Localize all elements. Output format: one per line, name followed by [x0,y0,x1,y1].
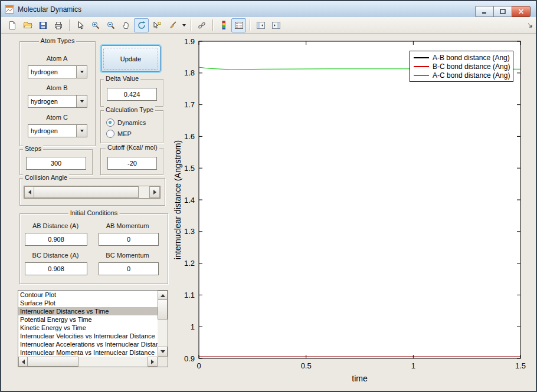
delta-value-field[interactable] [107,88,157,101]
atom-a-select[interactable]: hydrogen [28,65,87,78]
legend-entry: A-C bond distance (Ang) [410,71,513,80]
minimize-button[interactable] [475,6,493,17]
print-icon[interactable] [51,18,66,32]
initial-conditions-group-title: Initial Conditions [68,209,120,216]
bc-momentum-field[interactable] [99,262,159,275]
bc-distance-field[interactable] [25,262,87,275]
legend-line-sample [414,57,429,58]
pan-hand-icon[interactable] [119,18,133,32]
link-plot-icon[interactable] [194,18,209,32]
ab-momentum-label: AB Momentum [96,222,159,229]
scroll-right-arrow[interactable] [148,357,158,367]
radio-dynamics-label: Dynamics [117,119,146,126]
insert-colorbar-icon[interactable] [216,18,231,32]
x-tick-label: 0.5 [301,361,312,370]
collision-angle-slider[interactable] [24,186,161,199]
close-button[interactable] [512,6,531,17]
ab-distance-field[interactable] [25,233,87,246]
scrollbar-thumb[interactable] [27,357,78,367]
steps-group-title: Steps [23,145,43,152]
radio-dynamics[interactable]: Dynamics [106,118,146,127]
bc-momentum-label: BC Momentum [96,252,159,259]
window-title: Molecular Dynamics [18,5,81,14]
toolbar-overflow-button[interactable] [528,23,532,28]
steps-field[interactable] [26,157,86,170]
legend-line-sample [414,66,429,67]
zoom-in-icon[interactable] [88,18,103,32]
toolbar-separator [212,19,213,31]
legend-label: A-C bond distance (Ang) [433,71,510,80]
x-axis-label: time [199,374,520,383]
slider-thumb[interactable] [34,186,139,198]
axes-box [199,41,520,358]
legend-line-sample [414,75,429,76]
y-axis-label: internuclear distance (Angstrom) [173,140,182,259]
y-tick-label: 1.9 [184,37,195,46]
zoom-out-icon[interactable] [103,18,118,32]
cutoff-group-title: Cutoff (Kcal/ mol) [106,144,159,151]
chevron-down-icon[interactable] [76,66,87,78]
rotate-3d-icon[interactable] [134,18,149,32]
legend-label: B-C bond distance (Ang) [433,62,510,71]
radio-mep[interactable]: MEP [106,130,132,138]
calculation-type-group: Calculation Type [100,110,163,143]
insert-legend-icon[interactable] [231,18,246,32]
ab-momentum-field[interactable] [99,233,159,246]
legend-label: A-B bond distance (Ang) [433,54,510,62]
listbox-horizontal-scrollbar[interactable] [18,357,158,367]
list-item[interactable]: Surface Plot [18,299,158,307]
plot-type-listbox[interactable]: Contour PlotSurface PlotInternuclear Dis… [18,290,168,367]
ab-distance-label: AB Distance (A) [24,222,87,229]
maximize-button[interactable] [493,6,512,17]
radio-button-icon[interactable] [106,118,114,127]
hide-plot-tools-icon[interactable] [253,18,268,32]
chevron-down-icon[interactable] [76,125,87,137]
atom-a-value: hydrogen [28,68,76,75]
list-item[interactable]: Internuclear Velocities vs Internuclear … [18,332,158,340]
list-item[interactable]: Contour Plot [18,291,158,299]
y-tick-label: 1.7 [184,100,195,109]
x-tick-label: 1.5 [515,361,526,370]
update-button[interactable]: Update [101,45,161,72]
list-item[interactable]: Kinetic Energy vs Time [18,324,158,332]
y-tick-label: 1.5 [184,164,195,173]
list-item[interactable]: Internuclear Accelerations vs Internucle… [18,340,158,348]
plot-background [199,41,520,358]
bc-distance-label: BC Distance (A) [24,252,87,259]
atom-c-select[interactable]: hydrogen [28,124,87,137]
list-item[interactable]: Internuclear Distances vs Time [18,307,158,315]
figure-window: Molecular Dynamics [0,0,537,392]
scrollbar-thumb[interactable] [158,299,168,319]
toolbar-separator [69,19,70,31]
chevron-down-icon[interactable] [76,95,87,107]
list-item[interactable]: Internuclear Momenta vs Internuclear Dis… [18,348,158,357]
plot-legend[interactable]: A-B bond distance (Ang)B-C bond distance… [410,51,513,82]
data-cursor-icon[interactable] [149,18,164,32]
open-file-icon[interactable] [20,18,35,32]
brush-dropdown-arrow-icon[interactable] [180,18,188,32]
radio-button-icon[interactable] [106,130,114,138]
atom-b-select[interactable]: hydrogen [28,95,87,108]
new-figure-icon[interactable] [5,18,19,32]
cutoff-field[interactable] [107,157,157,170]
y-tick-label: 1.1 [184,291,195,299]
listbox-items: Contour PlotSurface PlotInternuclear Dis… [18,291,158,357]
atom-c-value: hydrogen [28,127,76,134]
atom-b-value: hydrogen [28,98,76,105]
edit-plot-arrow-icon[interactable] [73,18,87,32]
delta-value-group-title: Delta Value [104,75,140,82]
show-plot-tools-icon[interactable] [268,18,283,32]
slider-right-arrow[interactable] [149,186,160,198]
scrollbar-corner [158,357,168,367]
title-bar[interactable]: Molecular Dynamics [1,1,536,18]
save-icon[interactable] [35,18,50,32]
y-tick-label: 1.6 [184,132,195,141]
listbox-vertical-scrollbar[interactable] [158,291,168,357]
brush-icon[interactable] [165,18,179,32]
scroll-down-arrow[interactable] [158,347,168,357]
x-tick-label: 0 [197,361,201,370]
list-item[interactable]: Potential Energy vs Time [18,315,158,324]
legend-entry: B-C bond distance (Ang) [410,62,513,71]
figure-toolbar [1,17,536,34]
atom-a-label: Atom A [19,55,94,62]
